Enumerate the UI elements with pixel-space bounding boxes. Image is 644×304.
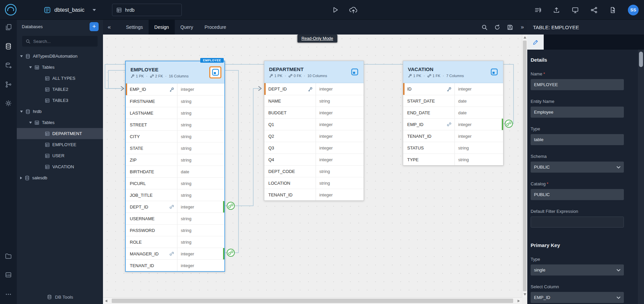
column-row-department-budget[interactable]: BUDGETinteger <box>264 107 364 118</box>
column-row-department-q2[interactable]: Q2integer <box>264 130 364 142</box>
folder-button[interactable] <box>0 249 17 263</box>
column-row-vacation-id[interactable]: IDinteger <box>403 83 503 95</box>
tree-item-tables[interactable]: Tables <box>17 117 103 128</box>
column-row-employee-username[interactable]: USERNAMEstring <box>126 212 224 224</box>
entity-header[interactable]: DEPARTMENT1 PK·0 FK·10 Columns <box>264 61 364 83</box>
tree-item-department[interactable]: DEPARTMENT <box>17 128 103 139</box>
column-row-department-q4[interactable]: Q4integer <box>264 154 364 165</box>
tab-procedure[interactable]: Procedure <box>199 20 232 35</box>
column-row-employee-role[interactable]: ROLEstring <box>126 236 224 248</box>
tasks-button[interactable] <box>534 6 541 14</box>
entity-icon-button[interactable] <box>209 66 221 78</box>
column-row-vacation-emp-id[interactable]: EMP_IDinteger <box>403 118 503 130</box>
network-button[interactable] <box>590 6 598 14</box>
tree-twisty-icon[interactable] <box>29 122 32 124</box>
column-row-employee-dept-id[interactable]: DEPT_IDinteger <box>126 201 224 212</box>
tree-twisty-icon[interactable] <box>20 55 23 57</box>
workspace-selector[interactable]: dbtest_basic <box>40 4 99 16</box>
data-transfer-button[interactable] <box>0 59 17 72</box>
scrollbar-thumb[interactable] <box>112 299 513 303</box>
tree-item-vacation[interactable]: VACATION <box>17 161 103 172</box>
column-row-employee-birthdate[interactable]: BIRTHDATEdate <box>126 166 224 177</box>
tree-twisty-icon[interactable] <box>20 111 23 113</box>
tree-item-salesdb[interactable]: salesdb <box>17 172 103 183</box>
column-row-vacation-start-date[interactable]: START_DATEdate <box>403 95 503 107</box>
column-row-employee-manager-id[interactable]: MANAGER_IDinteger <box>126 248 224 259</box>
tree-item-tables[interactable]: Tables <box>17 62 103 73</box>
catalog-input[interactable]: PUBLIC <box>531 189 624 200</box>
entity-vacation[interactable]: VACATION1 PK·1 FK·7 ColumnsIDintegerSTAR… <box>403 61 503 166</box>
properties-scrollbar[interactable] <box>638 50 644 304</box>
column-row-department-location[interactable]: LOCATIONstring <box>264 177 364 189</box>
entity-header[interactable]: VACATION1 PK·1 FK·7 Columns <box>403 61 503 83</box>
column-row-employee-city[interactable]: CITYstring <box>126 130 224 142</box>
db-tools-button[interactable]: DB Tools <box>17 294 103 300</box>
tree-item-all-types[interactable]: ALL TYPES <box>17 73 103 84</box>
column-row-employee-lastname[interactable]: LASTNAMEstring <box>126 107 224 119</box>
settings-button[interactable] <box>0 97 17 110</box>
pages-button[interactable] <box>0 20 17 34</box>
tab-edit[interactable] <box>527 35 544 50</box>
column-row-employee-zip[interactable]: ZIPstring <box>126 154 224 166</box>
entity-header[interactable]: EMPLOYEE1 PK·2 FK·16 Columns <box>126 61 224 83</box>
column-row-employee-street[interactable]: STREETstring <box>126 119 224 130</box>
diagram-search-button[interactable] <box>481 24 488 31</box>
tab-design[interactable]: Design <box>149 20 175 35</box>
run-button[interactable] <box>331 6 339 14</box>
scroll-left-icon[interactable] <box>105 300 107 302</box>
commit-button[interactable] <box>349 6 358 14</box>
canvas-horizontal-scrollbar[interactable] <box>103 297 522 304</box>
column-row-employee-firstname[interactable]: FIRSTNAMEstring <box>126 95 224 107</box>
add-connection-button[interactable]: + <box>90 22 99 31</box>
collapse-left-icon[interactable]: « <box>106 22 113 32</box>
column-row-vacation-end-date[interactable]: END_DATEdate <box>403 107 503 118</box>
tree-twisty-icon[interactable] <box>20 177 22 179</box>
column-row-employee-state[interactable]: STATEstring <box>126 142 224 154</box>
type-input[interactable]: table <box>531 134 624 145</box>
tree-item-table2[interactable]: TABLE2 <box>17 84 103 95</box>
tree-item-employee[interactable]: EMPLOYEE <box>17 139 103 150</box>
upload-button[interactable] <box>553 6 560 14</box>
tree-item-table3[interactable]: TABLE3 <box>17 95 103 106</box>
column-row-vacation-status[interactable]: STATUSstring <box>403 142 503 154</box>
column-row-department-dept-id[interactable]: DEPT_IDinteger <box>264 83 364 95</box>
display-button[interactable] <box>572 6 579 14</box>
tree-twisty-icon[interactable] <box>29 66 32 68</box>
name-input[interactable]: EMPLOYEE <box>531 79 624 90</box>
entity-icon-button[interactable] <box>488 66 500 78</box>
column-row-department-dept-code[interactable]: DEPT_CODEstring <box>264 165 364 177</box>
default-filter-expression-input[interactable] <box>531 217 624 228</box>
scrollbar-thumb[interactable] <box>523 41 527 291</box>
column-row-vacation-type[interactable]: TYPEstring <box>403 154 503 165</box>
column-row-employee-job-title[interactable]: JOB_TITLEstring <box>126 189 224 201</box>
column-row-department-q3[interactable]: Q3integer <box>264 142 364 154</box>
type-select[interactable]: single <box>531 264 624 276</box>
tab-settings[interactable]: Settings <box>120 20 149 35</box>
databases-button[interactable] <box>0 40 17 53</box>
column-row-department-name[interactable]: NAMEstring <box>264 95 364 107</box>
tree-item-user[interactable]: USER <box>17 150 103 161</box>
schema-select[interactable]: PUBLIC <box>531 162 624 173</box>
log-button[interactable]: LOG <box>0 268 17 282</box>
entity-icon-button[interactable] <box>348 66 361 78</box>
column-row-vacation-tenant-id[interactable]: TENANT_IDinteger <box>403 130 503 142</box>
canvas-vertical-scrollbar[interactable] <box>522 35 527 297</box>
search-input[interactable]: Search... <box>22 36 98 47</box>
erd-canvas[interactable]: Read-Only Mode <box>103 35 527 304</box>
export-file-button[interactable] <box>609 6 616 14</box>
column-row-employee-emp-id[interactable]: EMP_IDinteger <box>126 83 224 95</box>
more-button[interactable] <box>0 288 17 301</box>
select-column-select[interactable]: EMP_ID <box>531 292 624 303</box>
refresh-button[interactable] <box>494 24 500 31</box>
connections-button[interactable] <box>0 78 17 91</box>
column-row-employee-tenant-id[interactable]: TENANT_IDinteger <box>126 259 224 271</box>
column-row-department-q1[interactable]: Q1integer <box>264 118 364 130</box>
tree-item-alltypesdbautomation[interactable]: AllTypesDBAutomation <box>17 51 103 62</box>
save-button[interactable] <box>507 24 513 31</box>
entity-name-input[interactable]: Employee <box>531 107 624 118</box>
entity-department[interactable]: DEPARTMENT1 PK·0 FK·10 ColumnsDEPT_IDint… <box>264 61 364 201</box>
tree-item-hrdb[interactable]: hrdb <box>17 106 103 117</box>
column-row-employee-password[interactable]: PASSWORDstring <box>126 224 224 236</box>
scroll-right-icon[interactable] <box>518 300 520 302</box>
column-row-department-tenant-id[interactable]: TENANT_IDinteger <box>264 189 364 200</box>
